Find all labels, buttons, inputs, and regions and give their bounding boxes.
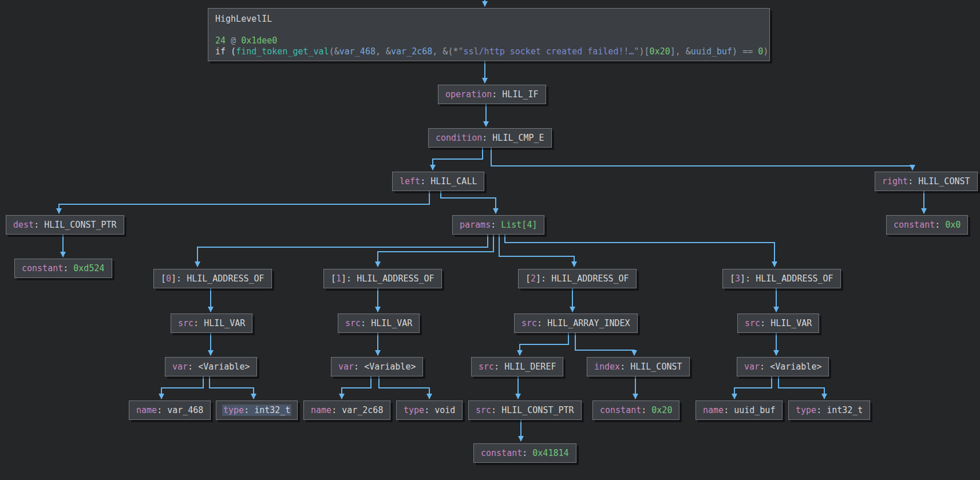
token: var	[172, 362, 188, 372]
node-label: src: HLIL_VAR	[344, 318, 413, 329]
tree-edge	[433, 148, 483, 170]
tree-node-param-3-hlil-address-of[interactable]: [3]: HLIL_ADDRESS_OF	[722, 269, 841, 288]
tree-node-param-1-hlil-address-of[interactable]: [1]: HLIL_ADDRESS_OF	[323, 269, 442, 288]
tree-edge	[210, 376, 254, 399]
tree-edge	[161, 376, 203, 399]
token: void	[434, 405, 455, 415]
token: 24	[215, 35, 226, 46]
token: :	[63, 263, 73, 273]
tree-node-name-var-468[interactable]: name: var_468	[129, 400, 211, 420]
token: dest	[13, 220, 34, 230]
token: src	[479, 362, 494, 372]
tree-node-type-int32-t-0[interactable]: type: int32_t	[216, 400, 298, 420]
token: src	[178, 318, 193, 328]
token: constant	[481, 448, 522, 458]
token: 0x20	[651, 405, 672, 415]
tree-node-type-void[interactable]: type: void	[396, 400, 463, 420]
tree-node-type-int32-t-3[interactable]: type: int32_t	[788, 400, 870, 420]
tree-node-operation-hlil-if[interactable]: operation: HLIL_IF	[438, 85, 546, 104]
token: ]:	[341, 273, 357, 284]
token: find_token_get_val	[236, 46, 329, 57]
token: HLIL_ADDRESS_OF	[551, 273, 629, 284]
tree-edge	[378, 235, 493, 267]
token: :	[641, 405, 651, 415]
tree-node-param-2-hlil-address-of[interactable]: [2]: HLIL_ADDRESS_OF	[518, 269, 637, 288]
tree-node-src-hlil-var-3[interactable]: src: HLIL_VAR	[737, 314, 819, 333]
tree-node-right-hlil-const[interactable]: right: HLIL_CONST	[875, 172, 978, 191]
node-label: name: var_2c68	[310, 404, 384, 416]
token: ]:	[536, 273, 551, 284]
tree-node-constant-0x41814[interactable]: constant: 0x41814	[473, 443, 576, 463]
il-graph-canvas[interactable]: HighLevelIL24 @ 0x1dee0if (find_token_ge…	[0, 0, 980, 480]
tree-node-condition-hlil-cmp-e[interactable]: condition: HLIL_CMP_E	[428, 128, 552, 148]
node-label: [2]: HLIL_ADDRESS_OF	[524, 273, 630, 284]
tree-node-constant-0xd524[interactable]: constant: 0xd524	[14, 259, 112, 278]
tree-node-src-hlil-array-index[interactable]: src: HLIL_ARRAY_INDEX	[514, 314, 638, 333]
node-label: name: uuid_buf	[702, 404, 776, 416]
token: :	[157, 405, 167, 415]
tree-node-src-hlil-const-ptr[interactable]: src: HLIL_CONST_PTR	[468, 400, 582, 420]
token: HLIL_CONST_PTR	[501, 405, 574, 415]
tree-node-var-variable-1[interactable]: var: <Variable>	[331, 357, 423, 376]
token: 0x20	[650, 46, 670, 57]
tree-node-name-uuid-buf[interactable]: name: uuid_buf	[696, 400, 783, 420]
node-label: src: HLIL_VAR	[744, 318, 813, 329]
token: HLIL_CMP_E	[492, 133, 544, 143]
tree-node-index-hlil-const[interactable]: index: HLIL_CONST	[587, 357, 690, 376]
token: name	[703, 405, 724, 415]
root-node-line: if (find_token_get_val(&var_468, &var_2c…	[215, 46, 762, 57]
token: 1	[336, 273, 341, 284]
node-label: constant: 0x0	[892, 219, 962, 231]
root-il-node[interactable]: HighLevelIL24 @ 0x1dee0if (find_token_ge…	[208, 8, 770, 61]
tree-edge	[441, 191, 496, 213]
tree-node-params-list-4[interactable]: params: List[4]	[452, 215, 544, 235]
token: )[	[639, 46, 650, 57]
token: :	[935, 220, 945, 230]
node-label: var: <Variable>	[337, 361, 417, 372]
tree-node-name-var-2c68[interactable]: name: var_2c68	[303, 400, 390, 420]
root-node-line: HighLevelIL	[215, 14, 762, 25]
token: :	[494, 362, 504, 372]
token: <Variable>	[364, 362, 416, 372]
token: ) ==	[732, 46, 758, 57]
node-label: src: HLIL_DEREF	[477, 361, 557, 372]
token: , &(*	[432, 46, 458, 57]
tree-edge	[59, 191, 429, 213]
tree-node-src-hlil-var-1[interactable]: src: HLIL_VAR	[338, 314, 420, 333]
tree-edge	[734, 376, 772, 399]
token: :	[537, 318, 547, 328]
node-label: constant: 0x41814	[480, 447, 570, 459]
token: :	[522, 448, 532, 458]
tree-node-src-hlil-deref[interactable]: src: HLIL_DEREF	[471, 357, 563, 376]
token: right	[882, 176, 908, 187]
tree-node-src-hlil-var-0[interactable]: src: HLIL_VAR	[171, 314, 252, 333]
token: name	[311, 405, 331, 415]
token: var_468	[167, 405, 203, 415]
token: [	[730, 273, 735, 284]
tree-node-constant-0x20[interactable]: constant: 0x20	[592, 400, 679, 420]
token: int32_t	[827, 405, 863, 415]
token: ]:	[740, 273, 756, 284]
token: if (	[215, 46, 236, 57]
tree-node-constant-0x0[interactable]: constant: 0x0	[886, 215, 968, 235]
tree-node-dest-hlil-const-ptr[interactable]: dest: HLIL_CONST_PTR	[6, 215, 124, 235]
token: src	[521, 318, 537, 328]
node-label: [3]: HLIL_ADDRESS_OF	[729, 273, 835, 284]
tree-node-param-0-hlil-address-of[interactable]: [0]: HLIL_ADDRESS_OF	[153, 269, 272, 288]
tree-node-left-hlil-call[interactable]: left: HLIL_CALL	[392, 172, 484, 191]
tree-node-var-variable-3[interactable]: var: <Variable>	[737, 357, 829, 376]
node-label: src: HLIL_ARRAY_INDEX	[520, 318, 631, 329]
token: var_468	[339, 46, 376, 57]
token: HLIL_ARRAY_INDEX	[547, 318, 630, 328]
token: "ssl/http socket created failed!!…"	[458, 46, 639, 57]
token: :	[491, 220, 501, 230]
token: :	[193, 318, 204, 328]
token: ]:	[171, 273, 187, 284]
token: HLIL_VAR	[770, 318, 812, 328]
node-label: index: HLIL_CONST	[593, 361, 683, 372]
tree-node-var-variable-0[interactable]: var: <Variable>	[165, 357, 257, 376]
node-label: params: List[4]	[459, 219, 538, 231]
token: List[4]	[501, 220, 537, 230]
token: , &	[376, 46, 391, 57]
token: int32_t	[254, 405, 290, 415]
